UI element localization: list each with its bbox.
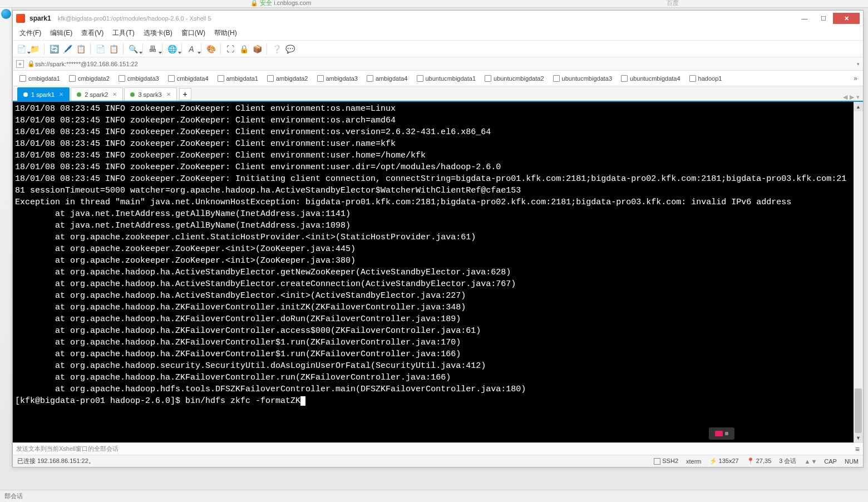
left-gutter xyxy=(0,8,12,466)
scroll-thumb[interactable] xyxy=(855,388,862,433)
status-cap: CAP xyxy=(824,458,837,465)
maximize-button[interactable]: ☐ xyxy=(814,13,833,24)
session-tab-label: 2 spark2 xyxy=(85,91,108,98)
status-updown-icon[interactable]: ▲ ▼ xyxy=(804,458,816,465)
quick-lock-icon: 🔒 xyxy=(27,60,35,67)
disconnect-icon[interactable]: 🖊️ xyxy=(61,43,73,55)
host-icon xyxy=(218,75,224,82)
chat-icon[interactable]: 💬 xyxy=(284,43,296,55)
quick-connect-bar: ＋ 🔒 ssh://spark:******@192.168.86.151:22… xyxy=(13,57,863,71)
browser-search-placeholder: 百度 xyxy=(667,0,679,7)
new-session-icon[interactable]: 📄 xyxy=(15,43,27,55)
scroll-down-icon[interactable]: ▼ xyxy=(854,433,863,442)
session-tab[interactable]: 3 spark3✕ xyxy=(124,87,176,101)
scroll-up-icon[interactable]: ▲ xyxy=(854,102,863,111)
tab-close-icon[interactable]: ✕ xyxy=(166,91,171,97)
lock-icon: 🔒 安全 xyxy=(250,0,272,6)
lock-icon[interactable]: 🔒 xyxy=(238,43,250,55)
globe-icon[interactable]: 🌐 xyxy=(166,43,178,55)
status-dot-icon xyxy=(77,92,81,97)
host-tab-ubuntucmbigdata3[interactable]: ubuntucmbigdata3 xyxy=(549,73,617,84)
host-tab-cmbigdata4[interactable]: cmbigdata4 xyxy=(164,73,213,84)
host-icon xyxy=(19,75,26,82)
tab-prev-icon[interactable]: ◀ xyxy=(843,93,847,101)
status-connected: 已连接 192.168.86.151:22。 xyxy=(17,457,95,465)
session-tab[interactable]: 1 spark1✕ xyxy=(17,87,70,101)
recording-badge[interactable] xyxy=(709,427,734,440)
minimize-button[interactable]: — xyxy=(795,13,814,24)
xshell-window: spark1 kfk@bigdata-pro01:/opt/modules/ha… xyxy=(12,10,864,467)
status-proto-icon xyxy=(654,458,660,465)
browser-url: i.cnblogs.com xyxy=(274,0,311,6)
host-icon xyxy=(417,75,423,82)
terminal[interactable]: 18/01/08 08:23:45 INFO zookeeper.ZooKeep… xyxy=(13,102,854,442)
menu-window[interactable]: 窗口(W) xyxy=(177,27,210,40)
host-icon xyxy=(69,75,76,82)
copy-icon[interactable]: 📄 xyxy=(94,43,106,55)
terminal-scrollbar[interactable]: ▲ ▼ xyxy=(854,102,863,442)
host-tab-hadoop1[interactable]: hadoop1 xyxy=(685,73,727,84)
app-icon xyxy=(16,14,25,23)
host-icon xyxy=(553,75,560,82)
host-tab-ambigdata4[interactable]: ambigdata4 xyxy=(362,73,412,84)
menu-help[interactable]: 帮助(H) xyxy=(210,27,241,40)
reconnect-icon[interactable]: 🔄 xyxy=(48,43,60,55)
browser-chrome-top: 🔒 安全 i.cnblogs.com 百度 xyxy=(0,0,868,8)
host-icon xyxy=(119,75,125,82)
session-tab[interactable]: 2 spark2✕ xyxy=(71,87,123,101)
tab-close-icon[interactable]: ✕ xyxy=(59,91,63,97)
toolbar: 📄 📁 🔄 🖊️ 📋 📄 📋 🔍 🖶 🌐 A 🎨 ⛶ 🔒 📦 ❔ 💬 xyxy=(13,41,863,57)
host-tab-ambigdata2[interactable]: ambigdata2 xyxy=(263,73,313,84)
host-tab-cmbigdata2[interactable]: cmbigdata2 xyxy=(65,73,114,84)
menu-file[interactable]: 文件(F) xyxy=(15,27,46,40)
tab-next-icon[interactable]: ▶ xyxy=(850,93,854,101)
session-tab-bar: 1 spark1✕2 spark2✕3 spark3✕+ ◀ ▶ ▾ xyxy=(13,86,863,102)
host-tab-ambigdata1[interactable]: ambigdata1 xyxy=(213,73,263,84)
browser-ie-icon xyxy=(1,9,11,19)
fullscreen-icon[interactable]: ⛶ xyxy=(224,43,236,55)
quick-ssh-url[interactable]: ssh://spark:******@192.168.86.151:22 xyxy=(35,61,138,67)
open-icon[interactable]: 📁 xyxy=(28,43,41,55)
quick-add-icon[interactable]: ＋ xyxy=(16,60,24,68)
search-icon[interactable]: 🔍 xyxy=(127,43,139,55)
tab-list-icon[interactable]: ▾ xyxy=(856,93,860,101)
add-tab-button[interactable]: + xyxy=(179,88,191,100)
compose-menu-icon[interactable]: ≡ xyxy=(855,445,860,454)
status-term: xterm xyxy=(686,458,702,465)
host-tab-cmbigdata3[interactable]: cmbigdata3 xyxy=(114,73,164,84)
status-size: 135x27 xyxy=(719,457,739,464)
host-tabs-overflow-icon[interactable]: » xyxy=(850,73,861,83)
properties-icon[interactable]: 📋 xyxy=(75,43,87,55)
menu-edit[interactable]: 编辑(E) xyxy=(46,27,77,40)
host-tab-ubuntucmbigdata4[interactable]: ubuntucmbigdata4 xyxy=(617,73,685,84)
session-tab-label: 1 spark1 xyxy=(31,91,55,98)
font-icon[interactable]: A xyxy=(185,43,198,55)
menu-view[interactable]: 查看(V) xyxy=(77,27,108,40)
status-cursor: 27,35 xyxy=(756,457,772,464)
quick-dropdown-icon[interactable]: ▾ xyxy=(857,61,860,67)
paste-icon[interactable]: 📋 xyxy=(107,43,120,55)
tab-close-icon[interactable]: ✕ xyxy=(112,91,117,97)
menu-tools[interactable]: 工具(T) xyxy=(108,27,139,40)
title-bar: spark1 kfk@bigdata-pro01:/opt/modules/ha… xyxy=(13,11,863,26)
print-icon[interactable]: 🖶 xyxy=(146,43,159,55)
status-num: NUM xyxy=(845,458,859,465)
transfer-icon[interactable]: 📦 xyxy=(251,43,263,55)
color-icon[interactable]: 🎨 xyxy=(205,43,217,55)
help-icon[interactable]: ❔ xyxy=(270,43,283,55)
host-icon xyxy=(168,75,175,82)
host-tab-ambigdata3[interactable]: ambigdata3 xyxy=(313,73,363,84)
host-tab-ubuntucmbigdata2[interactable]: ubuntucmbigdata2 xyxy=(480,73,549,84)
close-button[interactable]: ✕ xyxy=(833,13,860,24)
window-title: spark1 xyxy=(29,14,51,22)
compose-bar[interactable]: 发送文本到当前Xshell窗口的全部会话 ≡ xyxy=(13,442,863,455)
menu-tabs[interactable]: 选项卡(B) xyxy=(139,27,177,40)
terminal-cursor xyxy=(300,396,305,406)
host-icon xyxy=(317,75,324,82)
host-tab-cmbigdata1[interactable]: cmbigdata1 xyxy=(15,73,65,84)
host-tab-ubuntucmbigdata1[interactable]: ubuntucmbigdata1 xyxy=(412,73,481,84)
host-icon xyxy=(367,75,373,82)
window-subtitle: kfk@bigdata-pro01:/opt/modules/hadoop-2.… xyxy=(58,15,795,22)
host-tabs-bar: cmbigdata1cmbigdata2cmbigdata3cmbigdata4… xyxy=(13,71,863,86)
host-icon xyxy=(689,75,696,82)
